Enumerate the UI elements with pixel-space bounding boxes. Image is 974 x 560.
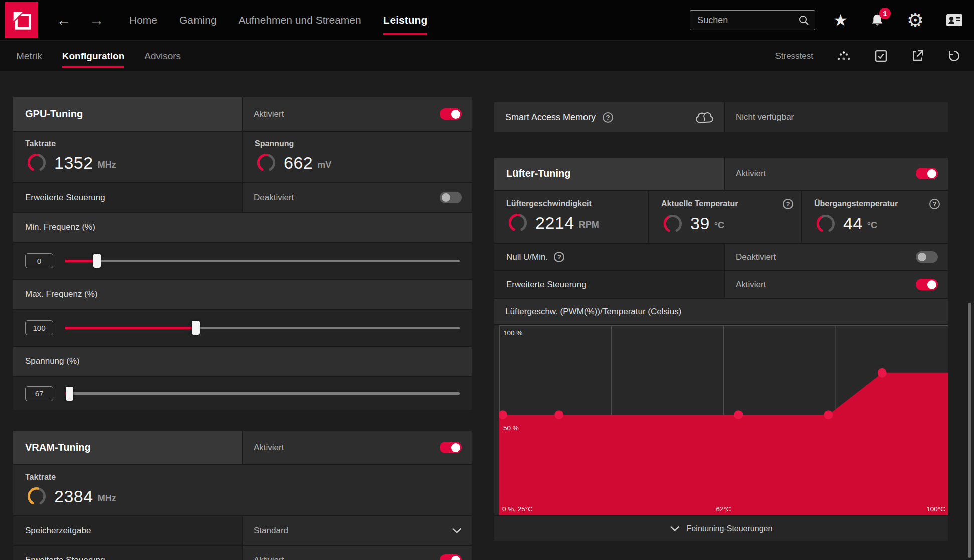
search-input[interactable]: [697, 15, 798, 26]
nav-item-record-stream[interactable]: Aufnehmen und Streamen: [239, 0, 361, 40]
slider-fill: [65, 260, 97, 262]
vram-clock-unit: MHz: [98, 493, 116, 504]
voltage-percent-label-row: Spannung (%): [13, 347, 472, 376]
help-icon[interactable]: ?: [929, 199, 940, 209]
gpu-voltage-stat: Spannung 662 mV: [243, 132, 472, 182]
help-icon[interactable]: ?: [783, 199, 793, 209]
help-icon[interactable]: ?: [554, 252, 564, 262]
settings-button[interactable]: ⚙: [907, 11, 924, 30]
vertical-scrollbar[interactable]: [966, 142, 973, 560]
vram-tuning-card: VRAM-Tuning Aktiviert Taktrate 2384 MHz: [13, 431, 472, 560]
fan-advanced-state-cell: Aktiviert: [725, 271, 948, 298]
fan-curve-chart[interactable]: 100 %50 %0 %, 25°C62°C100°C: [499, 325, 948, 515]
fan-curve-point: [734, 410, 743, 419]
gpu-tuning-state: Aktiviert: [254, 109, 284, 119]
slider-thumb[interactable]: [192, 321, 200, 335]
amd-radeon-logo[interactable]: [5, 2, 38, 38]
max-frequency-value[interactable]: 100: [25, 320, 53, 335]
zero-rpm-toggle[interactable]: [916, 251, 938, 263]
fan-tuning-toggle[interactable]: [916, 168, 938, 179]
voltage-percent-label: Spannung (%): [25, 356, 80, 366]
tab-konfiguration[interactable]: Konfiguration: [62, 41, 125, 71]
fan-curve-title: Lüftergeschw. (PWM(%))/Temperatur (Celsi…: [505, 307, 681, 317]
slider-track: [65, 392, 460, 395]
fine-tuning-label: Feintuning-Steuerungen: [687, 524, 773, 533]
top-bar: ← → Home Gaming Aufnehmen und Streamen L…: [0, 0, 974, 40]
memory-timing-label-cell: Speicherzeitgabe: [13, 516, 242, 545]
fine-tuning-expander[interactable]: Feintuning-Steuerungen: [494, 516, 948, 541]
sub-tabs: Metrik Konfiguration Advisors: [0, 41, 191, 71]
fan-advanced-toggle[interactable]: [916, 279, 938, 290]
gpu-advanced-toggle[interactable]: [440, 192, 462, 203]
fan-tuning-state-cell: Aktiviert: [725, 158, 948, 190]
notifications-button[interactable]: 1: [870, 13, 885, 28]
gpu-tuning-toggle[interactable]: [440, 108, 462, 120]
nav-item-home[interactable]: Home: [129, 0, 157, 40]
memory-timing-dropdown[interactable]: Standard: [243, 516, 472, 545]
slider-thumb[interactable]: [66, 387, 73, 401]
tab-metrik[interactable]: Metrik: [16, 41, 42, 71]
slider-track: [65, 260, 460, 262]
vram-clock-value: 2384: [54, 487, 93, 506]
gauge-icon: [661, 212, 684, 235]
brain-icon: [694, 109, 715, 125]
back-arrow-icon[interactable]: ←: [56, 13, 71, 28]
gpu-tuning-header: GPU-Tuning: [13, 97, 242, 131]
fan-tuning-state: Aktiviert: [736, 169, 766, 179]
min-frequency-slider-row: 0: [13, 243, 472, 279]
fan-advanced-label-cell: Erweiterte Steuerung: [494, 271, 724, 298]
vram-tuning-toggle[interactable]: [440, 442, 462, 453]
vram-advanced-toggle[interactable]: [440, 554, 462, 560]
export-profile-button[interactable]: [911, 49, 924, 63]
max-frequency-slider-row: 100: [13, 310, 472, 346]
vram-advanced-label: Erweiterte Steuerung: [25, 555, 105, 560]
gpu-advanced-state: Deaktiviert: [254, 193, 294, 203]
gpu-advanced-state-cell: Deaktiviert: [243, 183, 472, 212]
reset-button[interactable]: [947, 49, 961, 63]
stresstest-button[interactable]: [836, 50, 851, 63]
fan-speed-value: 2214: [535, 213, 574, 233]
favorites-button[interactable]: ★: [833, 12, 848, 28]
gpu-advanced-label-cell: Erweiterte Steuerung: [13, 183, 242, 212]
zero-rpm-state: Deaktiviert: [736, 252, 776, 262]
fan-curve-point: [878, 368, 887, 378]
slider-fill: [65, 327, 196, 329]
gpu-voltage-value: 662: [284, 153, 313, 173]
stresstest-gauge-icon: [836, 50, 851, 63]
fan-speed-stat: Lüftergeschwindigkeit 2214 RPM: [494, 191, 648, 243]
account-button[interactable]: [946, 13, 963, 27]
svg-text:100°C: 100°C: [926, 505, 945, 513]
search-icon[interactable]: [798, 14, 810, 26]
chevron-down-icon[interactable]: [452, 528, 462, 533]
topbar-icon-group: ★ 1 ⚙: [833, 11, 963, 30]
tab-advisors[interactable]: Advisors: [144, 41, 181, 71]
max-frequency-label: Max. Frequenz (%): [25, 289, 98, 299]
vram-advanced-state-cell: Aktiviert: [243, 546, 472, 560]
min-frequency-slider[interactable]: [65, 243, 460, 279]
slider-thumb[interactable]: [93, 254, 101, 268]
svg-text:62°C: 62°C: [716, 505, 731, 513]
apply-tuning-button[interactable]: [874, 49, 888, 63]
gpu-clock-stat: Taktrate 1352 MHz: [13, 132, 242, 182]
nav-item-performance[interactable]: Leistung: [383, 0, 428, 40]
sam-title: Smart Access Memory: [505, 112, 596, 123]
max-frequency-slider[interactable]: [65, 310, 460, 346]
svg-text:0 %, 25°C: 0 %, 25°C: [502, 505, 533, 513]
search-box[interactable]: [690, 10, 815, 30]
voltage-percent-value[interactable]: 67: [25, 386, 53, 401]
smart-access-memory-card: Smart Access Memory ? Nicht verfügbar: [494, 102, 948, 132]
sam-title-cell: Smart Access Memory ?: [494, 102, 724, 132]
vram-tuning-state-cell: Aktiviert: [243, 431, 472, 464]
voltage-percent-slider[interactable]: [65, 377, 460, 410]
scrollbar-thumb[interactable]: [968, 303, 971, 558]
fan-speed-unit: RPM: [579, 220, 599, 230]
nav-item-gaming[interactable]: Gaming: [179, 0, 217, 40]
fan-tuning-title: Lüfter-Tuning: [506, 168, 570, 179]
help-icon[interactable]: ?: [603, 112, 613, 123]
forward-arrow-icon[interactable]: →: [89, 13, 104, 28]
notification-badge: 1: [879, 8, 891, 19]
min-frequency-value[interactable]: 0: [25, 253, 53, 268]
fan-tuning-card: Lüfter-Tuning Aktiviert Lüftergeschwindi…: [494, 158, 948, 541]
vram-tuning-title: VRAM-Tuning: [25, 442, 91, 453]
zero-rpm-label-cell: Null U/Min. ?: [494, 244, 724, 270]
